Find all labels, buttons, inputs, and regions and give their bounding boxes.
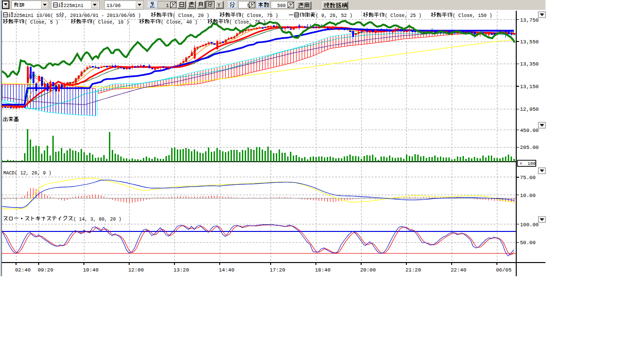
svg-text:100.00: 100.00 xyxy=(520,222,539,228)
svg-text:( Close, 40 ): ( Close, 40 ) xyxy=(161,20,198,25)
svg-text:5: 5 xyxy=(247,3,250,8)
svg-text:13/06: 13/06 xyxy=(107,3,121,8)
svg-text:22:40: 22:40 xyxy=(451,267,466,273)
svg-text:17:20: 17:20 xyxy=(270,267,285,273)
svg-text:13:20: 13:20 xyxy=(173,267,189,273)
svg-text:13,550: 13,550 xyxy=(520,39,539,45)
svg-text:MACD( 12, 26, 9 ): MACD( 12, 26, 9 ) xyxy=(3,171,51,176)
svg-text:02:40: 02:40 xyxy=(15,267,31,273)
svg-text:14:40: 14:40 xyxy=(219,267,234,273)
svg-text:225mini: 225mini xyxy=(64,3,83,8)
svg-text:( 14, 3, 80, 20 ): ( 14, 3, 80, 20 ) xyxy=(74,217,122,222)
svg-text:10:40: 10:40 xyxy=(83,267,99,273)
svg-text:( Close, 5 ): ( Close, 5 ) xyxy=(25,20,58,25)
svg-text:50.00: 50.00 xyxy=(520,240,536,246)
svg-text:13,150: 13,150 xyxy=(520,84,539,90)
svg-text:21:20: 21:20 xyxy=(405,267,421,273)
svg-text:( Close, 25 ): ( Close, 25 ) xyxy=(385,13,421,18)
svg-text:, 2013/06/01 - 2013/06/05 ): , 2013/06/01 - 2013/06/05 ) xyxy=(65,13,141,18)
svg-text:12,950: 12,950 xyxy=(520,107,539,112)
svg-text:20:00: 20:00 xyxy=(360,267,376,273)
svg-text:75.00: 75.00 xyxy=(520,175,536,181)
svg-text:205.00: 205.00 xyxy=(520,145,539,150)
svg-text:500: 500 xyxy=(277,3,286,8)
svg-text:( Close, 10 ): ( Close, 10 ) xyxy=(92,20,129,25)
svg-text:13,750: 13,750 xyxy=(520,17,539,23)
svg-text:225mini 13/06( 5: 225mini 13/06( 5 xyxy=(14,13,59,18)
svg-text:× 100: × 100 xyxy=(520,161,536,166)
svg-text:18:40: 18:40 xyxy=(315,267,330,273)
svg-text:T: T xyxy=(217,3,221,8)
svg-text:( Close, 75 ): ( Close, 75 ) xyxy=(241,13,278,18)
svg-text:1: 1 xyxy=(166,3,169,8)
svg-text:450.00: 450.00 xyxy=(520,128,539,133)
svg-text:( 9, 26, 52 ): ( 9, 26, 52 ) xyxy=(316,13,353,18)
svg-text:( Close, 75 ): ( Close, 75 ) xyxy=(229,20,266,25)
svg-text:10.00: 10.00 xyxy=(520,193,536,198)
svg-text:09:20: 09:20 xyxy=(38,267,53,273)
svg-text:13,350: 13,350 xyxy=(520,61,539,67)
svg-text:12:00: 12:00 xyxy=(128,267,144,273)
svg-text:( Close, 20 ): ( Close, 20 ) xyxy=(173,13,209,18)
svg-text:06/05: 06/05 xyxy=(496,267,512,273)
svg-text:( Close, 150 ): ( Close, 150 ) xyxy=(453,13,492,18)
